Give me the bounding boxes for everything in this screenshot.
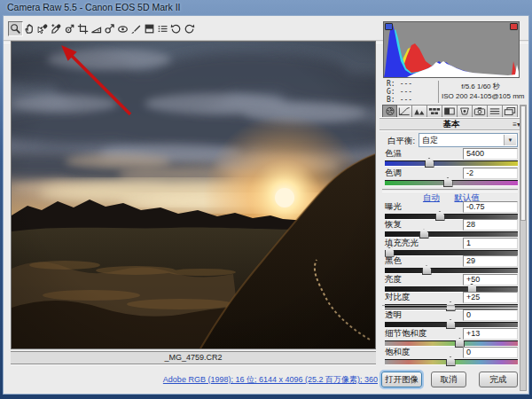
slider-track[interactable]	[385, 340, 518, 346]
tab-tone-curve[interactable]	[397, 105, 412, 118]
slider-row: 色调-2	[385, 168, 518, 187]
filename: _MG_4759.CR2	[164, 353, 222, 362]
aperture-shutter: f/5.6 1/60 秒	[442, 82, 520, 91]
rgb-readout: R:--- G:--- B:---	[387, 80, 434, 104]
slider-label: 填充亮光	[385, 238, 419, 248]
divider	[382, 305, 518, 309]
crop-tool[interactable]	[76, 21, 90, 36]
capture-settings: f/5.6 1/60 秒 ISO 200 24-105@105 mm	[442, 82, 520, 101]
exif-divider	[438, 81, 439, 103]
workflow-settings-link[interactable]: Adobe RGB (1998); 16 位; 6144 x 4096 (25.…	[11, 374, 378, 386]
slider-row: 填充亮光1	[385, 238, 518, 255]
slider-track[interactable]	[385, 268, 518, 273]
toolbar	[8, 20, 196, 37]
slider-row: 细节饱和度+13	[385, 328, 518, 347]
slider-track[interactable]	[385, 359, 518, 364]
slider-label: 色温	[385, 148, 402, 159]
scrollbar-thumb[interactable]	[520, 106, 526, 221]
slider-row: 亮度+50	[385, 274, 518, 292]
preview-image	[12, 42, 376, 349]
tone-sliders: 曝光-0.75恢复28填充亮光1黑色29亮度+50对比度+25	[385, 201, 518, 309]
slider-value-field[interactable]: -0.75	[463, 201, 518, 213]
panel-tabs	[382, 105, 518, 118]
slider-value-field[interactable]: 0	[463, 309, 518, 321]
slider-row: 透明0	[385, 309, 518, 328]
slider-track[interactable]	[385, 231, 518, 237]
slider-label: 亮度	[385, 274, 402, 285]
highlight-clipping-indicator[interactable]	[510, 23, 518, 30]
slider-row: 曝光-0.75	[385, 201, 518, 219]
tab-presets[interactable]	[488, 105, 503, 118]
panel-title: 基本	[443, 119, 460, 129]
combo-arrow-icon[interactable]: ▼	[504, 135, 516, 145]
slider-label: 色调	[385, 168, 402, 178]
slider-label: 恢复	[385, 219, 402, 230]
slider-row: 饱和度0	[385, 347, 518, 365]
image-preview[interactable]	[11, 41, 376, 349]
slider-label: 细节饱和度	[385, 328, 427, 339]
white-balance-tool[interactable]	[36, 21, 50, 36]
iso-lens: ISO 200 24-105@105 mm	[442, 91, 520, 101]
tab-detail[interactable]	[412, 105, 427, 118]
panel-header: 基本 ≡▾	[379, 118, 523, 130]
histogram-canvas	[384, 22, 519, 77]
shadow-clipping-indicator[interactable]	[385, 23, 393, 30]
camera-info: R:--- G:--- B:--- f/5.6 1/60 秒 ISO 200 2…	[383, 80, 520, 104]
filename-bar: _MG_4759.CR2	[11, 351, 376, 364]
slider-track[interactable]	[385, 322, 518, 327]
presence-sliders: 透明0细节饱和度+13饱和度0	[385, 309, 518, 365]
hand-tool[interactable]	[23, 21, 36, 36]
adjustment-brush-tool[interactable]	[129, 21, 143, 36]
red-eye-tool[interactable]	[116, 21, 129, 36]
white-balance-label: 白平衡:	[387, 136, 415, 147]
tab-basic[interactable]	[382, 105, 397, 118]
slider-label: 透明	[385, 309, 402, 320]
white-balance-value: 自定	[422, 136, 438, 145]
slider-value-field[interactable]: 0	[463, 347, 518, 358]
cancel-button[interactable]: 取消	[431, 372, 466, 387]
slider-value-field[interactable]: 1	[463, 238, 518, 249]
slider-value-field[interactable]: 29	[463, 255, 518, 267]
open-image-button[interactable]: 打开图像	[381, 372, 422, 387]
slider-track[interactable]	[385, 214, 518, 219]
slider-track[interactable]	[385, 180, 518, 185]
straighten-tool[interactable]	[90, 21, 103, 36]
slider-value-field[interactable]: +13	[463, 328, 518, 340]
tab-snapshots[interactable]	[503, 105, 518, 118]
targeted-adjustment-tool[interactable]	[63, 21, 76, 36]
zoom-tool[interactable]	[8, 21, 23, 36]
done-button[interactable]: 完成	[479, 372, 518, 387]
tab-split-toning[interactable]	[442, 105, 458, 118]
slider-row: 恢复28	[385, 219, 518, 237]
slider-row: 黑色29	[385, 255, 518, 273]
white-balance-select[interactable]: 自定 ▼	[419, 133, 518, 147]
slider-value-field[interactable]: 5400	[463, 148, 518, 160]
slider-value-field[interactable]: +50	[463, 274, 518, 286]
histogram	[383, 21, 520, 78]
slider-value-field[interactable]: 28	[463, 219, 518, 231]
slider-value-field[interactable]: -2	[463, 168, 518, 179]
slider-track[interactable]	[385, 286, 518, 292]
rotate-cw-tool[interactable]	[183, 21, 196, 36]
slider-label: 对比度	[385, 292, 411, 302]
camera-raw-dialog: Camera Raw 5.5 - Canon EOS 5D Mark II	[0, 0, 532, 399]
panel-scrollbar[interactable]	[520, 105, 527, 391]
wb-sliders: 色温5400色调-2	[385, 148, 518, 187]
slider-row: 色温5400	[385, 148, 518, 168]
color-sampler-tool[interactable]	[50, 21, 63, 36]
tab-camera-calibration[interactable]	[473, 105, 488, 118]
slider-label: 曝光	[385, 201, 402, 212]
tab-lens-corrections[interactable]	[458, 105, 473, 118]
slider-track[interactable]	[385, 250, 518, 255]
slider-label: 黑色	[385, 255, 402, 266]
slider-value-field[interactable]: +25	[463, 292, 518, 303]
window-title: Camera Raw 5.5 - Canon EOS 5D Mark II	[7, 2, 181, 14]
rotate-ccw-tool[interactable]	[169, 21, 183, 36]
slider-track[interactable]	[385, 160, 518, 166]
slider-label: 饱和度	[385, 347, 411, 357]
spot-removal-tool[interactable]	[103, 21, 116, 36]
graduated-filter-tool[interactable]	[143, 21, 156, 36]
preferences-tool[interactable]	[156, 21, 169, 36]
tab-hsl-grayscale[interactable]	[427, 105, 442, 118]
